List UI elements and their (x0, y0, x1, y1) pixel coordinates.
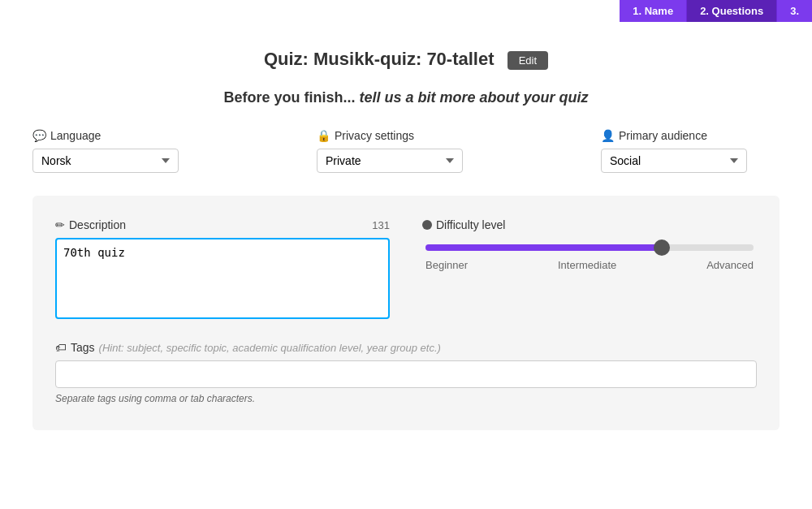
difficulty-slider-container: Beginner Intermediate Advanced (422, 244, 757, 271)
circle-icon (422, 220, 432, 230)
card-top-row: ✏ Description 131 70th quiz Difficulty l… (55, 218, 757, 321)
quiz-title-text: Quiz: Musikk-quiz: 70-tallet (264, 49, 499, 69)
speech-bubble-icon: 💬 (32, 129, 46, 142)
description-title: ✏ Description (55, 218, 126, 231)
settings-row: 💬 Language Norsk English Deutsch 🔒 Priva… (32, 129, 780, 173)
tags-input[interactable] (55, 360, 757, 388)
subtitle-bold: Before you finish... (223, 89, 355, 106)
tags-help-text: Separate tags using comma or tab charact… (55, 393, 757, 404)
lock-icon: 🔒 (317, 129, 330, 142)
nav-item-questions[interactable]: 2. Questions (687, 0, 777, 22)
tags-hint: (Hint: subject, specific topic, academic… (99, 342, 441, 354)
tags-title: 🏷 Tags (Hint: subject, specific topic, a… (55, 341, 757, 354)
tag-icon: 🏷 (55, 341, 67, 354)
quiz-name: Musikk-quiz: 70-tallet (313, 49, 494, 69)
tags-section: 🏷 Tags (Hint: subject, specific topic, a… (55, 341, 757, 404)
nav-item-finish[interactable]: 3. (777, 0, 812, 22)
audience-group: 👤 Primary audience Social Education Busi… (601, 129, 780, 173)
audience-label: 👤 Primary audience (601, 129, 780, 142)
top-navigation: 1. Name 2. Questions 3. (620, 0, 812, 22)
label-advanced: Advanced (706, 259, 754, 271)
privacy-label: 🔒 Privacy settings (317, 129, 495, 142)
difficulty-section: Difficulty level Beginner Intermediate A… (422, 218, 757, 321)
slider-thumb (654, 239, 670, 256)
description-section: ✏ Description 131 70th quiz (55, 218, 390, 321)
label-intermediate: Intermediate (558, 259, 616, 271)
language-select[interactable]: Norsk English Deutsch (32, 149, 179, 173)
privacy-group: 🔒 Privacy settings Private Public Unlist… (317, 129, 495, 173)
privacy-select[interactable]: Private Public Unlisted (317, 149, 463, 173)
slider-fill (425, 244, 662, 251)
subtitle-rest: tell us a bit more about your quiz (356, 89, 589, 106)
main-card: ✏ Description 131 70th quiz Difficulty l… (32, 196, 780, 430)
person-icon: 👤 (601, 129, 615, 142)
quiz-prefix: Quiz: (264, 49, 309, 69)
pencil-icon: ✏ (55, 218, 65, 231)
description-textarea[interactable]: 70th quiz (55, 238, 390, 319)
edit-button[interactable]: Edit (508, 51, 548, 70)
page-subtitle: Before you finish... tell us a bit more … (32, 89, 780, 106)
nav-item-name[interactable]: 1. Name (620, 0, 687, 22)
slider-track (425, 244, 754, 251)
quiz-title-bar: Quiz: Musikk-quiz: 70-tallet Edit (32, 49, 780, 70)
slider-labels: Beginner Intermediate Advanced (425, 259, 754, 271)
difficulty-title: Difficulty level (422, 218, 757, 231)
description-header: ✏ Description 131 (55, 218, 390, 231)
language-group: 💬 Language Norsk English Deutsch (32, 129, 211, 173)
label-beginner: Beginner (425, 259, 468, 271)
language-label: 💬 Language (32, 129, 211, 142)
audience-select[interactable]: Social Education Business (601, 149, 747, 173)
char-count: 131 (372, 219, 390, 231)
